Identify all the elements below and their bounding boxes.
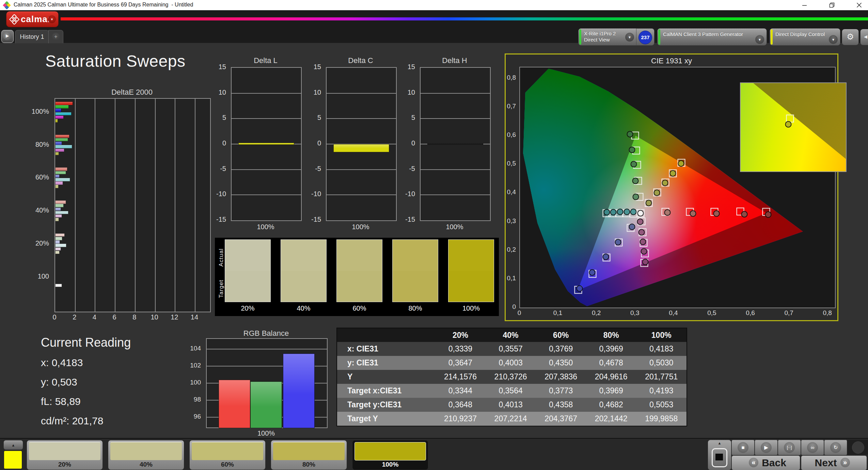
display-control-dropdown[interactable]: Direct Display Control xyxy=(770,28,840,46)
cie-measured-point-yellow xyxy=(654,190,660,196)
cie-x-tick: 0,7 xyxy=(782,309,796,317)
stop-button[interactable]: ■ xyxy=(731,440,755,455)
deltae-bar xyxy=(55,148,64,152)
restore-button[interactable] xyxy=(824,0,840,10)
y-tick-label: -15 xyxy=(307,216,321,223)
pattern-window-button[interactable]: ▲ xyxy=(708,440,731,470)
table-cell: 201,7751 xyxy=(636,370,686,384)
table-header-cell: 60% xyxy=(536,328,586,342)
cie-measured-point-cyan xyxy=(624,209,630,215)
close-button[interactable] xyxy=(851,0,867,10)
loop-button[interactable]: ∞ xyxy=(801,440,824,455)
deltae-bar xyxy=(55,251,60,254)
table-header-cell: 80% xyxy=(586,328,636,342)
meter-dropdown[interactable]: X-Rite i1Pro 2 Direct View xyxy=(578,28,637,46)
settings-button[interactable]: ⚙ xyxy=(842,29,859,45)
pattern-swatch-button-40%[interactable]: 40% xyxy=(108,440,184,470)
table-row-label: Y xyxy=(337,370,435,384)
cie-measured-point-green xyxy=(632,177,638,184)
table-row: x: CIE310,33390,35570,37690,39690,4183 xyxy=(337,342,686,356)
gridline xyxy=(155,99,156,312)
gridline xyxy=(232,93,301,94)
play-icon: ▶ xyxy=(761,442,772,453)
current-pattern-color-swatch xyxy=(4,451,22,469)
deltae-bar xyxy=(55,105,69,109)
cie-measured-point-blue xyxy=(615,239,621,245)
deltae-bar xyxy=(55,247,61,251)
deltae-bar xyxy=(55,244,66,247)
pattern-window-icon xyxy=(712,448,727,467)
deltae-y-axis-labels: 100%80%60%40%20%100 xyxy=(17,98,51,311)
meter-status-stripe xyxy=(579,29,581,45)
cie-measured-point-yellow xyxy=(669,170,676,177)
loop-icon: ∞ xyxy=(807,442,818,453)
rgb-balance-plot xyxy=(206,338,328,428)
table-cell: 0,4682 xyxy=(586,398,636,412)
meter-mode-label: Direct View xyxy=(584,37,610,43)
cie-measured-point-blue xyxy=(577,285,583,292)
pattern-swatch-color xyxy=(110,442,182,460)
table-row: Target Y210,9237207,2214204,3767202,1442… xyxy=(337,412,686,426)
meter-count-section[interactable]: 237 xyxy=(636,28,654,46)
session-play-button[interactable] xyxy=(1,30,14,43)
collapse-toolbar-button[interactable]: ◀ xyxy=(860,29,868,45)
deltae-bar xyxy=(55,284,62,287)
pattern-swatch-button-100%[interactable]: 100% xyxy=(352,440,428,470)
pattern-range-button[interactable]: [··] xyxy=(778,440,801,455)
cie-measured-point-red xyxy=(713,210,720,217)
calman-menu-button[interactable]: calman xyxy=(6,11,59,27)
pattern-swatch-label: 40% xyxy=(108,461,184,468)
stop-icon: ■ xyxy=(738,442,748,453)
cie-measured-point-cyan xyxy=(630,209,637,215)
pattern-swatch-button-20%[interactable]: 20% xyxy=(27,440,103,470)
table-cell: 0,3769 xyxy=(536,342,586,356)
deltae-bar xyxy=(55,101,73,105)
page-title: Saturation Sweeps xyxy=(45,52,185,70)
table-header-cell xyxy=(337,328,435,342)
table-cell: 207,3836 xyxy=(536,370,586,384)
tab-history-1[interactable]: History 1 xyxy=(15,30,49,43)
table-cell: 0,3648 xyxy=(435,398,486,412)
deltae-bar xyxy=(55,171,66,175)
gridline xyxy=(232,169,301,170)
target-swatch xyxy=(448,271,494,302)
minimize-button[interactable] xyxy=(797,0,812,10)
gridline xyxy=(421,194,490,195)
cie-y-tick: 0,3 xyxy=(506,217,516,225)
play-button[interactable]: ▶ xyxy=(755,440,778,455)
pattern-swatch-color xyxy=(273,442,345,460)
y-tick-label: -10 xyxy=(307,190,321,198)
gridline xyxy=(232,118,301,119)
rgb-bar-blue xyxy=(283,354,315,428)
cie-y-axis-labels: 00,10,20,30,40,50,60,70,8 xyxy=(506,67,517,307)
delta-l-y-labels: 151050-5-10-15 xyxy=(212,67,229,220)
display-control-status-stripe xyxy=(771,29,773,45)
swatch-percentage-label: 20% xyxy=(225,304,271,312)
cie-1931-panel[interactable]: CIE 1931 xy xyxy=(505,53,838,321)
cie-measured-point-blue xyxy=(629,224,635,230)
pattern-swatch-button-80%[interactable]: 80% xyxy=(271,440,347,470)
gear-icon: ⚙ xyxy=(847,32,854,41)
pattern-generator-dropdown[interactable]: CalMAN Client 3 Pattern Generator xyxy=(657,28,767,46)
delta-h-x-label: 100% xyxy=(420,223,489,231)
refresh-button[interactable]: ↻ xyxy=(824,440,847,455)
cie-y-tick: 0,5 xyxy=(506,160,516,167)
y-tick-label: -15 xyxy=(212,216,226,223)
next-button[interactable]: Next» xyxy=(801,455,867,470)
pattern-control-bar: 20%40%60%80%100% ▲ ■▶[··]∞↻ «Back Next» xyxy=(0,438,868,470)
pattern-swatch-button-60%[interactable]: 60% xyxy=(189,440,266,470)
table-cell: 0,3344 xyxy=(435,384,486,398)
gridline xyxy=(115,99,115,312)
gridline xyxy=(327,169,396,170)
meter-count-badge: 237 xyxy=(638,31,652,44)
table-cell: 0,3969 xyxy=(586,384,636,398)
add-tab-button[interactable]: + xyxy=(48,30,63,43)
gridline xyxy=(421,118,490,119)
swatch-percentage-label: 60% xyxy=(336,304,382,312)
back-button[interactable]: «Back xyxy=(731,455,800,470)
current-reading-title: Current Reading xyxy=(41,335,131,350)
pattern-popup-button[interactable] xyxy=(3,440,23,450)
deltae-bar xyxy=(55,145,72,148)
cie-measured-point-magenta xyxy=(640,238,646,245)
rgb-balance-x-label: 100% xyxy=(206,429,326,437)
